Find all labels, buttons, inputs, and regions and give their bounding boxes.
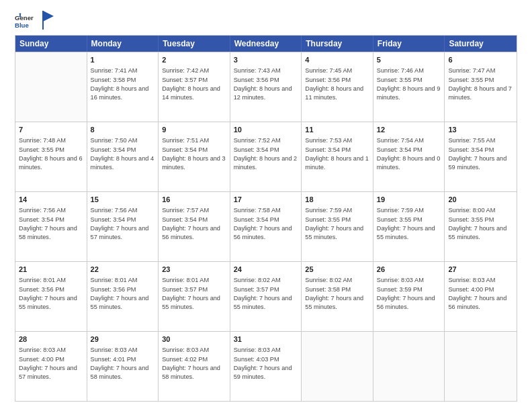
calendar-cell: 24Sunrise: 8:02 AMSunset: 3:57 PMDayligh… [230,262,302,331]
header-sunday: Sunday [15,36,87,52]
header-saturday: Saturday [445,36,517,52]
calendar-cell: 15Sunrise: 7:56 AMSunset: 3:54 PMDayligh… [87,192,159,261]
cell-info: Sunrise: 8:03 AMSunset: 4:01 PMDaylight:… [91,346,155,381]
cell-info: Sunrise: 7:52 AMSunset: 3:54 PMDaylight:… [234,136,298,172]
svg-text:Blue: Blue [15,21,29,29]
day-number: 8 [91,125,155,135]
cell-info: Sunrise: 8:01 AMSunset: 3:57 PMDaylight:… [162,276,226,312]
calendar-cell [445,332,517,401]
day-number: 5 [377,55,441,65]
cell-info: Sunrise: 8:03 AMSunset: 4:02 PMDaylight:… [162,346,226,381]
header-wednesday: Wednesday [230,36,302,52]
day-number: 10 [234,125,298,135]
calendar-cell [373,332,445,401]
day-number: 27 [448,265,513,275]
cell-info: Sunrise: 8:03 AMSunset: 4:03 PMDaylight:… [234,346,298,381]
calendar-cell: 18Sunrise: 7:59 AMSunset: 3:55 PMDayligh… [302,192,373,261]
cell-info: Sunrise: 7:54 AMSunset: 3:54 PMDaylight:… [377,136,441,172]
cell-info: Sunrise: 8:03 AMSunset: 4:00 PMDaylight:… [448,276,513,312]
calendar-cell: 30Sunrise: 8:03 AMSunset: 4:02 PMDayligh… [159,332,230,401]
calendar-cell: 31Sunrise: 8:03 AMSunset: 4:03 PMDayligh… [230,332,302,401]
day-number: 29 [91,334,155,345]
calendar-row-2: 7Sunrise: 7:48 AMSunset: 3:55 PMDaylight… [15,122,517,191]
calendar-cell: 13Sunrise: 7:55 AMSunset: 3:54 PMDayligh… [445,122,517,191]
calendar-cell: 9Sunrise: 7:51 AMSunset: 3:54 PMDaylight… [159,122,230,191]
svg-marker-3 [43,11,54,21]
calendar-cell: 6Sunrise: 7:47 AMSunset: 3:55 PMDaylight… [445,52,517,122]
cell-info: Sunrise: 7:42 AMSunset: 3:57 PMDaylight:… [162,66,226,102]
day-number: 7 [19,125,83,135]
day-number: 28 [19,334,83,345]
cell-info: Sunrise: 8:02 AMSunset: 3:57 PMDaylight:… [234,276,298,312]
day-number: 4 [305,55,369,65]
calendar-cell: 25Sunrise: 8:02 AMSunset: 3:58 PMDayligh… [302,262,373,331]
cell-info: Sunrise: 7:50 AMSunset: 3:54 PMDaylight:… [91,136,155,172]
cell-info: Sunrise: 7:56 AMSunset: 3:54 PMDaylight:… [19,206,83,242]
calendar: Sunday Monday Tuesday Wednesday Thursday… [15,35,517,402]
calendar-cell: 26Sunrise: 8:03 AMSunset: 3:59 PMDayligh… [373,262,445,331]
cell-info: Sunrise: 8:00 AMSunset: 3:55 PMDaylight:… [448,206,513,242]
cell-info: Sunrise: 7:51 AMSunset: 3:54 PMDaylight:… [162,136,226,172]
day-number: 22 [91,265,155,275]
header-friday: Friday [373,36,445,52]
cell-info: Sunrise: 7:55 AMSunset: 3:54 PMDaylight:… [448,136,513,172]
calendar-cell: 7Sunrise: 7:48 AMSunset: 3:55 PMDaylight… [15,122,87,191]
calendar-cell: 11Sunrise: 7:53 AMSunset: 3:54 PMDayligh… [302,122,373,191]
day-number: 30 [162,334,226,345]
calendar-cell [302,332,373,401]
cell-info: Sunrise: 7:57 AMSunset: 3:54 PMDaylight:… [162,206,226,242]
calendar-cell: 16Sunrise: 7:57 AMSunset: 3:54 PMDayligh… [159,192,230,261]
day-number: 21 [19,265,83,275]
logo-icon: General Blue [15,12,34,31]
cell-info: Sunrise: 7:59 AMSunset: 3:55 PMDaylight:… [377,206,441,242]
day-number: 15 [91,195,155,205]
cell-info: Sunrise: 7:43 AMSunset: 3:56 PMDaylight:… [234,66,298,102]
calendar-cell: 5Sunrise: 7:46 AMSunset: 3:55 PMDaylight… [373,52,445,122]
calendar-cell: 8Sunrise: 7:50 AMSunset: 3:54 PMDaylight… [87,122,159,191]
day-number: 11 [305,125,369,135]
calendar-cell: 29Sunrise: 8:03 AMSunset: 4:01 PMDayligh… [87,332,159,401]
calendar-cell: 23Sunrise: 8:01 AMSunset: 3:57 PMDayligh… [159,262,230,331]
day-number: 25 [305,265,369,275]
day-number: 13 [448,125,513,135]
calendar-body: 1Sunrise: 7:41 AMSunset: 3:58 PMDaylight… [15,52,517,401]
calendar-row-4: 21Sunrise: 8:01 AMSunset: 3:56 PMDayligh… [15,261,517,331]
day-number: 24 [234,265,298,275]
calendar-cell: 4Sunrise: 7:45 AMSunset: 3:56 PMDaylight… [302,52,373,122]
day-number: 23 [162,265,226,275]
header-monday: Monday [87,36,159,52]
day-number: 17 [234,195,298,205]
header-thursday: Thursday [302,36,373,52]
cell-info: Sunrise: 8:01 AMSunset: 3:56 PMDaylight:… [91,276,155,312]
day-number: 31 [234,334,298,345]
cell-info: Sunrise: 8:03 AMSunset: 3:59 PMDaylight:… [377,276,441,312]
day-number: 3 [234,55,298,65]
calendar-cell: 3Sunrise: 7:43 AMSunset: 3:56 PMDaylight… [230,52,302,122]
calendar-cell: 2Sunrise: 7:42 AMSunset: 3:57 PMDaylight… [159,52,230,122]
calendar-row-3: 14Sunrise: 7:56 AMSunset: 3:54 PMDayligh… [15,191,517,261]
calendar-cell: 17Sunrise: 7:58 AMSunset: 3:54 PMDayligh… [230,192,302,261]
cell-info: Sunrise: 7:58 AMSunset: 3:54 PMDaylight:… [234,206,298,242]
calendar-cell: 10Sunrise: 7:52 AMSunset: 3:54 PMDayligh… [230,122,302,191]
calendar-cell: 20Sunrise: 8:00 AMSunset: 3:55 PMDayligh… [445,192,517,261]
day-number: 12 [377,125,441,135]
svg-text:General: General [15,14,34,21]
day-number: 6 [448,55,513,65]
cell-info: Sunrise: 8:03 AMSunset: 4:00 PMDaylight:… [19,346,83,381]
day-number: 19 [377,195,441,205]
day-number: 20 [448,195,513,205]
cell-info: Sunrise: 8:02 AMSunset: 3:58 PMDaylight:… [305,276,369,312]
page-header: General Blue [15,12,517,31]
calendar-row-1: 1Sunrise: 7:41 AMSunset: 3:58 PMDaylight… [15,52,517,122]
day-number: 16 [162,195,226,205]
calendar-cell: 27Sunrise: 8:03 AMSunset: 4:00 PMDayligh… [445,262,517,331]
day-number: 26 [377,265,441,275]
calendar-cell [15,52,87,122]
header-tuesday: Tuesday [159,36,230,52]
day-number: 18 [305,195,369,205]
calendar-cell: 19Sunrise: 7:59 AMSunset: 3:55 PMDayligh… [373,192,445,261]
cell-info: Sunrise: 7:56 AMSunset: 3:54 PMDaylight:… [91,206,155,242]
cell-info: Sunrise: 8:01 AMSunset: 3:56 PMDaylight:… [19,276,83,312]
calendar-cell: 14Sunrise: 7:56 AMSunset: 3:54 PMDayligh… [15,192,87,261]
day-number: 1 [91,55,155,65]
